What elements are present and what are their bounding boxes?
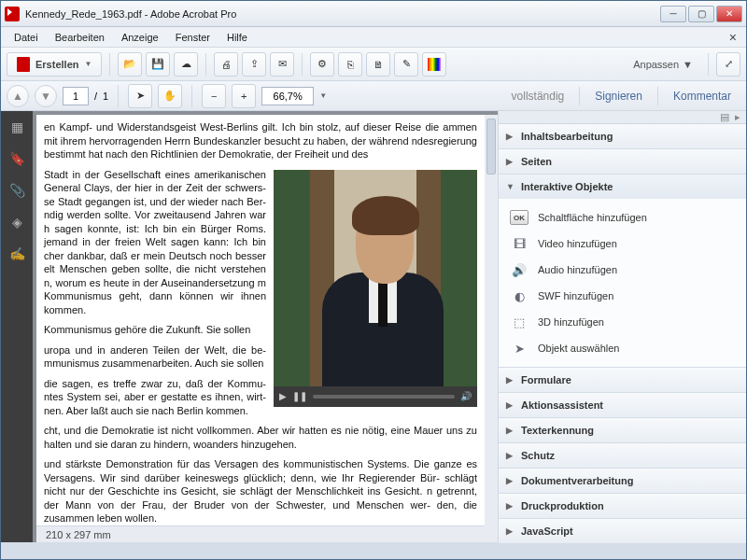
print-button[interactable]: 🖨 <box>214 52 238 77</box>
add-video-option[interactable]: 🎞Video hinzufügen <box>502 231 742 257</box>
tool4-button[interactable]: ✎ <box>394 52 418 77</box>
add-audio-option[interactable]: 🔊Audio hinzufügen <box>502 257 742 283</box>
save-button[interactable]: 💾 <box>146 52 170 77</box>
swf-icon: ◐ <box>510 287 529 304</box>
section-inhaltsbearbeitung[interactable]: ▶Inhaltsbearbeitung <box>499 124 746 149</box>
select-tool[interactable]: ➤ <box>128 84 152 108</box>
menubar-close-icon[interactable]: × <box>726 30 740 45</box>
zoom-input[interactable] <box>261 87 314 105</box>
add-button-option[interactable]: OKSchaltfläche hinzufügen <box>502 204 742 231</box>
tool2-button[interactable]: ⎘ <box>338 52 362 77</box>
thumbnails-icon[interactable]: ▦ <box>8 119 25 135</box>
titlebar: Kennedy_Rede_1963.pdf - Adobe Acrobat Pr… <box>1 1 746 27</box>
email-icon: ✉ <box>278 58 287 70</box>
section-texterkennung[interactable]: ▶Texterkennung <box>499 418 746 443</box>
menu-datei[interactable]: Datei <box>7 30 46 45</box>
add-3d-option[interactable]: ⬚3D hinzufügen <box>502 309 742 335</box>
section-dokumentverarbeitung[interactable]: ▶Dokumentverarbeitung <box>499 469 746 494</box>
page-down-button[interactable]: ▼ <box>35 85 57 107</box>
chevron-right-icon: ▶ <box>506 132 515 141</box>
section-schutz[interactable]: ▶Schutz <box>499 443 746 469</box>
chevron-right-icon: ▶ <box>506 476 515 485</box>
maximize-button[interactable]: ▢ <box>688 6 714 22</box>
signieren-link[interactable]: Signieren <box>585 90 652 103</box>
email-button[interactable]: ✉ <box>270 52 294 77</box>
zoom-in-button[interactable]: + <box>232 84 256 108</box>
chevron-right-icon: ▶ <box>506 526 515 536</box>
nav-toolbar: ▲ ▼ / 1 ➤ ✋ − + ▼ vollständig Signieren … <box>1 81 746 111</box>
left-nav-rail: ▦ 🔖 📎 ◈ ✍ <box>1 111 33 542</box>
menu-fenster[interactable]: Fenster <box>168 30 218 45</box>
share-icon: ⇪ <box>250 58 259 70</box>
page-up-button[interactable]: ▲ <box>7 85 29 107</box>
volume-icon[interactable]: 🔊 <box>460 390 472 402</box>
tool1-button[interactable]: ⚙ <box>310 52 334 77</box>
cloud-button[interactable]: ☁ <box>174 52 198 77</box>
page-footer: 210 x 297 mm <box>36 525 485 542</box>
ok-button-icon: OK <box>510 210 529 225</box>
audio-icon: 🔊 <box>510 261 529 278</box>
save-icon: 💾 <box>151 58 164 70</box>
chevron-down-icon: ▼ <box>683 59 693 70</box>
pointer-icon: ➤ <box>510 340 529 357</box>
share-button[interactable]: ⇪ <box>242 52 266 77</box>
vollstaendig-link[interactable]: vollständig <box>502 90 574 103</box>
video-progress[interactable] <box>313 395 455 399</box>
chevron-down-icon[interactable]: ▼ <box>319 91 327 100</box>
play-icon[interactable]: ▶ <box>279 390 287 402</box>
vertical-scrollbar[interactable] <box>485 115 498 542</box>
color-icon <box>428 58 441 71</box>
chevron-right-icon: ▶ <box>506 426 515 435</box>
zoom-in-icon: + <box>241 91 247 102</box>
zoom-out-icon: − <box>211 91 217 102</box>
pause-icon[interactable]: ❚❚ <box>292 390 307 402</box>
panel-collapse-icon[interactable]: ▸ <box>735 111 740 123</box>
create-button[interactable]: Erstellen ▼ <box>7 52 102 77</box>
attachments-icon[interactable]: 📎 <box>8 182 25 199</box>
video-controls[interactable]: ▶ ❚❚ 🔊 <box>274 386 477 407</box>
open-button[interactable]: 📂 <box>118 52 142 77</box>
hand-tool[interactable]: ✋ <box>158 84 182 108</box>
tool5-button[interactable] <box>422 52 446 77</box>
menu-hilfe[interactable]: Hilfe <box>219 30 255 45</box>
add-swf-option[interactable]: ◐SWF hinzufügen <box>502 283 742 309</box>
interactive-objects-body: OKSchaltfläche hinzufügen 🎞Video hinzufü… <box>499 199 746 367</box>
print-icon: 🖨 <box>221 59 232 70</box>
signatures-icon[interactable]: ✍ <box>8 245 25 262</box>
section-javascript[interactable]: ▶JavaScript <box>499 519 746 544</box>
sign-icon: ✎ <box>402 58 411 70</box>
tool3-button[interactable]: 🗎 <box>366 52 390 77</box>
pdf-icon <box>17 57 30 72</box>
embedded-video[interactable]: ▶ ❚❚ 🔊 <box>274 170 477 407</box>
section-interaktive-objekte[interactable]: ▼Interaktive Objekte OKSchaltfläche hinz… <box>499 175 746 368</box>
doc-text: und stärkste Demonstration für das Versa… <box>44 457 477 525</box>
section-seiten[interactable]: ▶Seiten <box>499 149 746 175</box>
cloud-icon: ☁ <box>181 58 191 70</box>
customize-button[interactable]: Anpassen▼ <box>626 59 700 70</box>
expand-icon: ⤢ <box>725 58 733 70</box>
chevron-right-icon: ▶ <box>506 400 515 410</box>
close-button[interactable]: ✕ <box>716 6 742 22</box>
bookmarks-icon[interactable]: 🔖 <box>8 150 25 167</box>
section-aktionsassistent[interactable]: ▶Aktionsassistent <box>499 393 746 418</box>
kommentar-link[interactable]: Kommentar <box>664 90 740 103</box>
hand-icon: ✋ <box>163 90 176 102</box>
gear-icon: ⚙ <box>317 58 327 70</box>
select-object-option[interactable]: ➤Objekt auswählen <box>502 335 742 361</box>
section-druckproduktion[interactable]: ▶Druckproduktion <box>499 494 746 519</box>
chevron-right-icon: ▶ <box>506 375 515 385</box>
export-icon: ⎘ <box>347 59 354 70</box>
section-formulare[interactable]: ▶Formulare <box>499 368 746 393</box>
panel-menu-icon[interactable]: ▤ <box>720 111 729 123</box>
document-area: en Kampf- und Widerstandsgeist West-Berl… <box>33 111 498 542</box>
menu-anzeige[interactable]: Anzeige <box>114 30 166 45</box>
minimize-button[interactable]: ─ <box>660 6 686 22</box>
scroll-thumb[interactable] <box>486 119 496 175</box>
fullscreen-button[interactable]: ⤢ <box>716 52 740 77</box>
page-input[interactable] <box>63 87 89 105</box>
menu-bearbeiten[interactable]: Bearbeiten <box>48 30 112 45</box>
layers-icon[interactable]: ◈ <box>8 214 25 231</box>
window-title: Kennedy_Rede_1963.pdf - Adobe Acrobat Pr… <box>25 8 660 20</box>
pdf-page: en Kampf- und Widerstandsgeist West-Berl… <box>36 115 485 525</box>
zoom-out-button[interactable]: − <box>202 84 226 108</box>
